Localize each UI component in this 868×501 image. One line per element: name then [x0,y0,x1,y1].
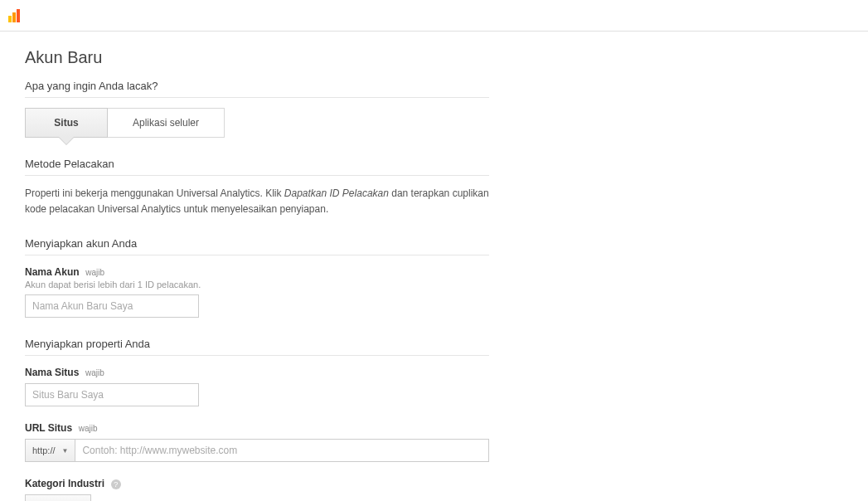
industry-dropdown[interactable]: Pilih Satu ▼ [25,494,91,501]
top-bar [0,0,868,32]
property-setup-heading: Menyiapkan properti Anda [25,338,489,356]
industry-label: Kategori Industri [25,478,104,489]
tracking-desc-prefix: Properti ini bekerja menggunakan Univers… [25,187,284,199]
track-type-tabs: Situs Aplikasi seluler [25,108,489,138]
site-url-label: URL Situs [25,422,72,434]
site-url-input[interactable] [75,439,489,462]
account-name-field-block: Nama Akun wajib Akun dapat berisi lebih … [25,265,489,318]
account-name-required: wajib [85,268,104,277]
analytics-logo [8,9,20,22]
main-content: Akun Baru Apa yang ingin Anda lacak? Sit… [0,32,514,501]
account-name-label: Nama Akun [25,266,80,278]
tracking-desc-em: Dapatkan ID Pelacakan [284,187,389,199]
industry-field-block: Kategori Industri ? Pilih Satu ▼ [25,477,489,501]
tab-mobile-app[interactable]: Aplikasi seluler [108,108,225,138]
page-title: Akun Baru [25,48,489,67]
site-url-required: wajib [79,424,98,433]
caret-down-icon: ▼ [62,447,69,455]
account-name-input[interactable] [25,294,199,318]
tab-website[interactable]: Situs [25,108,108,138]
account-setup-heading: Menyiapkan akun Anda [25,237,489,255]
site-name-required: wajib [85,368,104,377]
tab-mobile-label: Aplikasi seluler [133,117,199,129]
site-url-field-block: URL Situs wajib http:// ▼ [25,421,489,462]
track-question: Apa yang ingin Anda lacak? [25,80,489,98]
tracking-method-heading: Metode Pelacakan [25,158,489,176]
tab-website-label: Situs [54,117,78,129]
site-name-label: Nama Situs [25,367,79,378]
url-protocol-dropdown[interactable]: http:// ▼ [25,439,75,462]
account-name-hint: Akun dapat berisi lebih dari 1 ID pelaca… [25,280,489,289]
help-icon[interactable]: ? [111,479,121,489]
tracking-description: Properti ini bekerja menggunakan Univers… [25,186,489,217]
url-protocol-value: http:// [32,445,56,455]
site-name-input[interactable] [25,383,199,406]
site-name-field-block: Nama Situs wajib [25,366,489,406]
